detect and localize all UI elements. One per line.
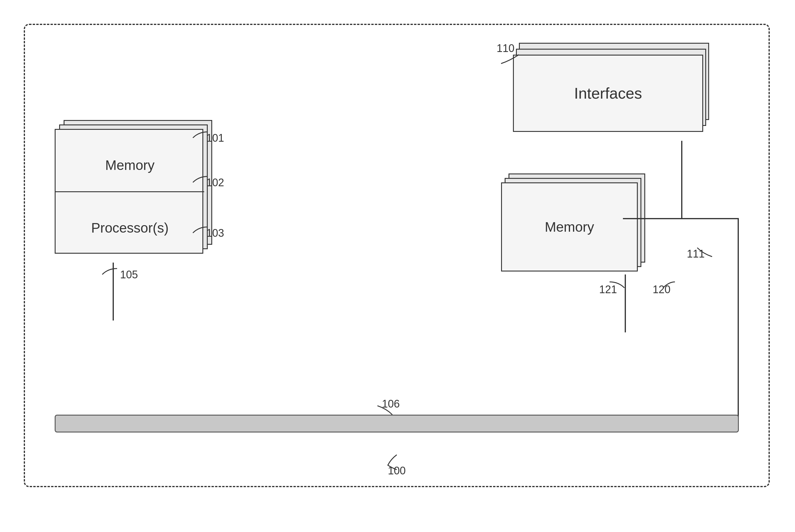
- label-103: 103: [206, 227, 224, 240]
- label-120: 120: [653, 283, 670, 296]
- interfaces-vertical-line: [681, 141, 682, 218]
- label-110: 110: [497, 42, 515, 55]
- connect-horizontal-line: [623, 218, 739, 219]
- cpu-processor-section: Processor(s): [56, 192, 204, 264]
- interfaces-box: Interfaces: [513, 55, 703, 132]
- main-diagram: Interfaces 110 111 Memory Processor(s) 1…: [24, 24, 770, 487]
- label-106: 106: [382, 398, 400, 410]
- interfaces-stack: Interfaces: [513, 43, 715, 141]
- right-memory-stack: Memory: [501, 173, 650, 286]
- squiggle-105: [99, 266, 123, 278]
- memory-right-label: Memory: [545, 219, 594, 235]
- right-memory-box: Memory: [501, 183, 638, 271]
- processors-label: Processor(s): [91, 220, 169, 236]
- label-102: 102: [206, 176, 224, 189]
- label-105: 105: [120, 268, 138, 281]
- interfaces-label: Interfaces: [574, 84, 642, 102]
- label-101: 101: [206, 132, 224, 144]
- cpu-memory-section: Memory: [56, 139, 204, 192]
- interfaces-right-vertical: [738, 218, 739, 428]
- label-121: 121: [599, 283, 617, 296]
- label-100: 100: [388, 464, 406, 477]
- label-111: 111: [687, 248, 705, 260]
- cpu-front: Memory Processor(s): [55, 129, 203, 254]
- memory-left-label: Memory: [105, 157, 154, 173]
